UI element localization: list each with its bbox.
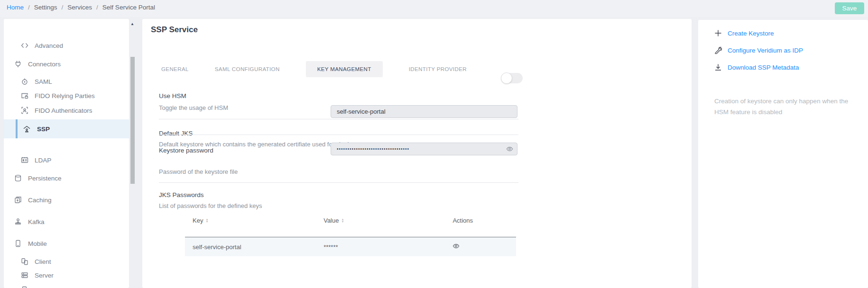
column-header-value[interactable]: Value <box>323 217 339 224</box>
sidebar-item-label: SAML <box>35 78 52 85</box>
breadcrumb-settings[interactable]: Settings <box>34 4 57 11</box>
saml-icon <box>21 78 28 85</box>
download-icon <box>714 63 722 71</box>
table-row: self-service-portal ****** <box>185 237 516 256</box>
save-button[interactable]: Save <box>835 2 864 14</box>
breadcrumb-services[interactable]: Services <box>67 4 92 11</box>
sidebar-item-label: Kafka <box>28 218 45 225</box>
link-label: Configure Veridium as IDP <box>728 47 803 54</box>
sidebar-item-label: LDAP <box>35 157 51 164</box>
use-hsm-help: Toggle the usage of HSM <box>159 104 228 111</box>
sidebar-item-saml[interactable]: SAML <box>4 75 129 88</box>
wrench-icon <box>714 46 722 54</box>
download-ssp-metadata-link[interactable]: Download SSP Metadata <box>714 63 799 71</box>
sidebar-item-server[interactable]: Server <box>4 269 129 281</box>
sidebar-item-label: Connectors <box>28 61 61 68</box>
plus-icon <box>714 29 722 37</box>
id-card-icon <box>21 156 28 164</box>
breadcrumb-separator: / <box>28 4 30 11</box>
toggle-knob <box>501 72 512 84</box>
main-content: SSP Service GENERAL SAML CONFIGURATION K… <box>142 19 692 288</box>
keystore-password-label: Keystore password <box>159 147 213 154</box>
sidebar-nav: Advanced Connectors SAML FIDO Relying Pa… <box>4 19 129 288</box>
sidebar-item-caching[interactable]: Caching <box>4 194 129 206</box>
home-user-icon <box>23 125 31 133</box>
keystore-password-input[interactable] <box>331 143 517 155</box>
breadcrumb: Home / Settings / Services / Self Servic… <box>7 4 155 11</box>
sidebar-item-label: Server <box>35 272 54 279</box>
jks-passwords-help: List of passwords for the defined keys <box>159 202 262 209</box>
sidebar-item-label: Mobile <box>28 240 47 247</box>
row-value-cell: ****** <box>323 243 338 251</box>
network-icon <box>14 218 22 225</box>
sidebar-item-label: Client <box>35 258 51 265</box>
configure-veridium-idp-link[interactable]: Configure Veridium as IDP <box>714 46 803 54</box>
server-icon <box>21 271 28 279</box>
tab-identity-provider[interactable]: IDENTITY PROVIDER <box>409 61 467 77</box>
sidebar-scroll-up-arrow[interactable]: ▲ <box>129 22 136 26</box>
phone-icon <box>14 240 22 247</box>
divider <box>159 135 518 135</box>
actions-panel: Create Keystore Configure Veridium as ID… <box>698 20 868 288</box>
face-scan-icon <box>21 107 28 114</box>
sidebar-item-kafka[interactable]: Kafka <box>4 216 129 228</box>
jks-passwords-title: JKS Passwords <box>159 191 204 198</box>
use-hsm-label: Use HSM <box>159 92 186 99</box>
sidebar-item-connectors[interactable]: Connectors <box>4 58 129 70</box>
jks-passwords-table: Key ▲▼ Value ▲▼ Actions self-service-por… <box>185 217 516 256</box>
tab-key-management[interactable]: KEY MANAGEMENT <box>306 61 383 77</box>
sidebar-item-mobile[interactable]: Mobile <box>4 237 129 250</box>
plug-icon <box>14 60 22 68</box>
phone-check-icon <box>21 286 28 288</box>
sidebar-item-label: Caching <box>28 197 52 204</box>
sidebar-item-label: FIDO Relying Parties <box>35 92 95 99</box>
sidebar-item-device-integrity[interactable]: Device Integrity <box>4 284 129 288</box>
top-bar: Home / Settings / Services / Self Servic… <box>0 0 868 17</box>
create-keystore-link[interactable]: Create Keystore <box>714 29 774 37</box>
sidebar-item-fido-authenticators[interactable]: FIDO Authenticators <box>4 104 129 117</box>
sidebar-item-label: Device Integrity <box>35 287 79 288</box>
sidebar-item-label: Advanced <box>35 42 63 49</box>
link-label: Download SSP Metadata <box>728 64 799 71</box>
eye-icon[interactable] <box>452 243 460 250</box>
keystore-password-field <box>331 143 517 155</box>
database-icon <box>14 174 22 182</box>
cache-icon <box>14 196 22 204</box>
sidebar-item-ssp[interactable]: SSP <box>4 119 129 138</box>
sort-icon[interactable]: ▲▼ <box>205 217 208 224</box>
breadcrumb-separator: / <box>62 4 64 11</box>
sidebar-item-client[interactable]: Client <box>4 255 129 268</box>
code-icon <box>21 42 28 49</box>
breadcrumb-home-link[interactable]: Home <box>7 4 24 11</box>
link-label: Create Keystore <box>728 30 774 37</box>
keystore-password-help: Password of the keystore file <box>159 168 238 175</box>
sidebar-item-ldap[interactable]: LDAP <box>4 154 129 166</box>
use-hsm-toggle[interactable] <box>501 73 523 83</box>
sidebar-item-fido-relying-parties[interactable]: FIDO Relying Parties <box>4 90 129 102</box>
tab-general[interactable]: GENERAL <box>161 61 189 77</box>
sidebar-scrollbar[interactable] <box>130 57 135 184</box>
page-title: SSP Service <box>151 25 198 35</box>
sidebar-item-label: Persistence <box>28 175 62 182</box>
table-header: Key ▲▼ Value ▲▼ Actions <box>185 217 516 237</box>
divider <box>159 182 518 183</box>
tab-saml-configuration[interactable]: SAML CONFIGURATION <box>215 61 280 77</box>
sidebar-item-advanced[interactable]: Advanced <box>4 39 129 52</box>
default-jks-input[interactable] <box>331 105 517 118</box>
column-header-actions: Actions <box>452 217 473 224</box>
breadcrumb-separator: / <box>96 4 98 11</box>
eye-icon[interactable] <box>506 145 513 153</box>
sort-icon[interactable]: ▲▼ <box>341 217 344 224</box>
column-header-key[interactable]: Key <box>193 217 203 224</box>
default-jks-label: Default JKS <box>159 130 193 137</box>
sidebar-item-label: SSP <box>37 126 50 133</box>
sidebar-item-label: FIDO Authenticators <box>35 107 92 114</box>
breadcrumb-current-page: Self Service Portal <box>102 4 155 11</box>
keystore-note: Creation of keystore can only happen whe… <box>714 96 857 117</box>
tab-bar: GENERAL SAML CONFIGURATION KEY MANAGEMEN… <box>161 61 467 77</box>
sidebar-item-persistence[interactable]: Persistence <box>4 172 129 184</box>
two-phones-icon <box>21 258 28 265</box>
divider <box>159 119 518 119</box>
row-key-cell: self-service-portal <box>193 243 241 251</box>
screen-lock-icon <box>21 92 28 99</box>
